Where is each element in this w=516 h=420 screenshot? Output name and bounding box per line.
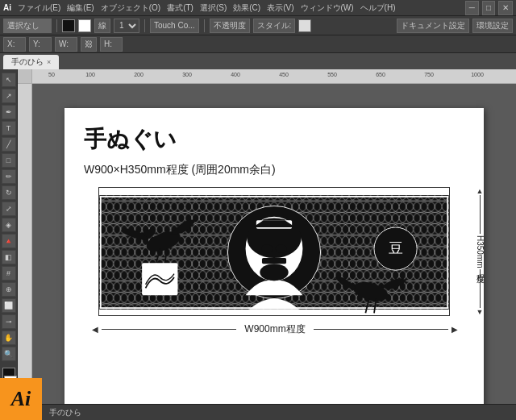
ruler-corner: [18, 69, 32, 84]
svg-rect-17: [262, 258, 286, 264]
canvas-wrapper[interactable]: 50 100 200 300 400 450 550 650 750 1000 …: [18, 69, 516, 404]
scale-tool[interactable]: ⤢: [2, 202, 16, 216]
select-tool[interactable]: ↖: [2, 73, 16, 87]
doc-settings-button[interactable]: ドキュメント設定: [397, 19, 469, 33]
divider-1: [56, 19, 57, 32]
style-swatch[interactable]: [298, 19, 311, 32]
line-tool[interactable]: ╱: [2, 137, 16, 152]
hand-tool[interactable]: ✋: [2, 331, 16, 345]
h-dimension-text: H350mm程度: [474, 234, 485, 270]
window-maximize[interactable]: □: [482, 1, 495, 15]
app-name-menu: Ai: [3, 3, 11, 12]
stroke-color[interactable]: [78, 19, 91, 32]
tab-bar: 手のひら ×: [0, 53, 516, 69]
ruler-left: [18, 84, 32, 404]
zoom-tool[interactable]: 🔍: [2, 347, 16, 361]
link-icon[interactable]: ⛓: [81, 37, 97, 52]
eyedropper-tool[interactable]: 🔺: [2, 234, 16, 248]
tab-filename: 手のひら: [11, 56, 44, 68]
style-label: スタイル:: [253, 19, 296, 33]
document-tab[interactable]: 手のひら ×: [3, 55, 59, 69]
opacity-label: 不透明度: [210, 19, 250, 33]
menu-select[interactable]: 選択(S): [200, 2, 227, 14]
menu-object[interactable]: オブジェクト(O): [101, 2, 160, 14]
transform-h[interactable]: H:: [100, 37, 123, 52]
w-line-right: [314, 329, 448, 330]
ai-logo: Ai: [0, 378, 42, 420]
svg-point-15: [261, 244, 273, 253]
tab-close-button[interactable]: ×: [47, 58, 51, 66]
h-dimension-annotation: ▲ H350mm程度 ▼: [460, 187, 500, 316]
secondary-toolbar: X: Y: W: ⛓ H:: [0, 35, 516, 53]
svg-text:豆: 豆: [389, 240, 403, 256]
document-title: 手ぬぐい: [84, 124, 464, 155]
menu-help[interactable]: ヘルプ(H): [360, 2, 396, 14]
divider-2: [144, 19, 145, 32]
stroke-weight-select[interactable]: 12: [114, 19, 139, 33]
w-dimension-text: W900mm程度: [239, 322, 310, 336]
window-minimize[interactable]: ─: [465, 1, 479, 15]
status-bar: 66.67% | 手のひら: [0, 404, 516, 420]
ruler-top: 50 100 200 300 400 450 550 650 750 1000: [32, 69, 516, 84]
canvas-page: 手ぬぐい W900×H350mm程度 (周囲20mm余白): [64, 108, 484, 404]
shape-builder-tool[interactable]: ⊕: [2, 282, 16, 297]
menu-bar: Ai ファイル(E) 編集(E) オブジェクト(O) 書式(T) 選択(S) 効…: [0, 0, 516, 16]
menu-view[interactable]: 表示(V): [267, 2, 293, 14]
direct-select-tool[interactable]: ↗: [2, 89, 16, 103]
doc-content: 手ぬぐい W900×H350mm程度 (周囲20mm余白): [64, 108, 484, 352]
ruler-ticks-top: 50 100 200 300 400 450 550 650 750 1000: [32, 69, 516, 82]
artwork-container: 豆: [98, 187, 450, 316]
rotate-tool[interactable]: ↻: [2, 185, 16, 200]
mesh-tool[interactable]: #: [2, 266, 16, 281]
menu-window[interactable]: ウィンドウ(W): [301, 2, 354, 14]
transform-y[interactable]: Y:: [29, 37, 52, 52]
env-settings-button[interactable]: 環境設定: [472, 19, 513, 33]
svg-point-18: [260, 264, 288, 281]
window-close[interactable]: ✕: [498, 1, 513, 15]
blend-tool[interactable]: ◈: [2, 218, 16, 232]
type-tool[interactable]: T: [2, 121, 16, 135]
transform-x[interactable]: X:: [3, 37, 26, 52]
fill-color[interactable]: [62, 19, 75, 32]
pen-tool[interactable]: ✒: [2, 105, 16, 119]
gradient-tool[interactable]: ◧: [2, 250, 16, 264]
menu-type[interactable]: 書式(T): [167, 2, 194, 14]
selection-tool[interactable]: 選択なし: [3, 19, 52, 33]
main-area: ↖ ↗ ✒ T ╱ □ ✏ ↻ ⤢ ◈ 🔺 ◧ # ⊕ ⬜ ⊸ ✋ 🔍 50 1…: [0, 69, 516, 404]
artboard-tool[interactable]: ⬜: [2, 298, 16, 313]
artboard-region: 豆 ▲ H350mm程度 ▼: [90, 187, 458, 316]
artboard-name: 手のひら: [49, 407, 81, 418]
menu-edit[interactable]: 編集(E): [67, 2, 94, 14]
slice-tool[interactable]: ⊸: [2, 314, 16, 329]
brush-tool[interactable]: ✏: [2, 169, 16, 184]
main-toolbar: 選択なし 線 12 Touch Co... 不透明度 スタイル: ドキュメント設…: [0, 16, 516, 35]
artwork-svg: 豆: [99, 188, 449, 316]
menu-effect[interactable]: 効果(C): [233, 2, 260, 14]
rect-tool[interactable]: □: [2, 153, 16, 168]
canvas-content[interactable]: 手ぬぐい W900×H350mm程度 (周囲20mm余白): [32, 84, 516, 404]
stroke-weight[interactable]: 線: [94, 19, 110, 33]
ai-logo-text: Ai: [11, 387, 31, 411]
touch-type-tool[interactable]: Touch Co...: [150, 19, 199, 33]
left-toolbox: ↖ ↗ ✒ T ╱ □ ✏ ↻ ⤢ ◈ 🔺 ◧ # ⊕ ⬜ ⊸ ✋ 🔍: [0, 69, 18, 404]
transform-w[interactable]: W:: [55, 37, 77, 52]
divider-3: [204, 19, 205, 32]
svg-point-16: [276, 244, 287, 253]
menu-file[interactable]: ファイル(E): [18, 2, 60, 14]
w-dimension-annotation: ◀ W900mm程度 ▶: [92, 322, 458, 336]
w-line-left: [102, 329, 236, 330]
document-subtitle: W900×H350mm程度 (周囲20mm余白): [84, 163, 464, 177]
